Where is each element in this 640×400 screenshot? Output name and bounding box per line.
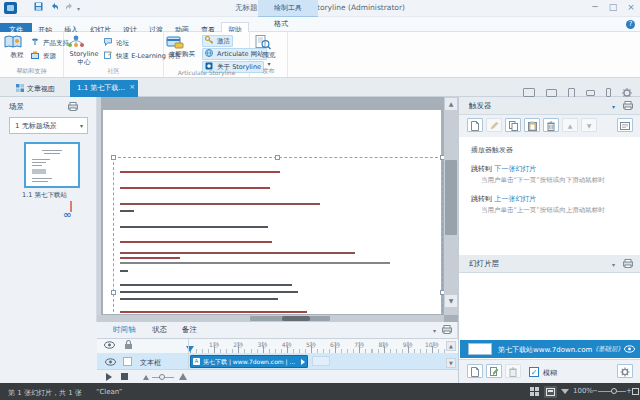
scrollbar-thumb[interactable] <box>445 160 457 235</box>
timeline-object-bar[interactable]: A 第七下载 | www.7down.com | ... <box>190 355 308 368</box>
slide-text-line <box>120 284 292 286</box>
stage-horizontal-scrollbar[interactable] <box>97 315 444 322</box>
scroll-up-icon[interactable]: ▲ <box>445 98 457 110</box>
edit-layer-button[interactable] <box>486 364 502 378</box>
play-icon[interactable] <box>106 373 112 381</box>
move-trigger-up-button[interactable]: ▲ <box>562 118 578 132</box>
timeline-splitter-handle[interactable] <box>282 316 310 321</box>
slide-text-line <box>120 270 128 272</box>
edit-trigger-button[interactable] <box>486 118 502 132</box>
paste-trigger-button[interactable] <box>524 118 540 132</box>
timeline-scroll-down[interactable]: ▼ <box>446 358 456 368</box>
buy-now-button[interactable]: 立即购买 <box>166 35 198 59</box>
blur-checkbox[interactable]: ✓ <box>529 367 539 377</box>
scene-dropdown[interactable]: 1 无标题场景 ▾ <box>9 117 88 134</box>
story-view-icon <box>16 84 24 92</box>
device-desktop-icon[interactable] <box>523 88 535 97</box>
trigger-item[interactable]: 跳转到 下一张幻灯片当用户单击“下一页”按钮或向下滑动鼠标时 <box>471 164 640 185</box>
slide-stage[interactable]: ▲ ▼ <box>97 97 458 322</box>
preview-magnifier-icon <box>255 35 283 50</box>
gear-icon[interactable] <box>622 88 632 98</box>
maximize-button[interactable]: □ <box>606 2 620 12</box>
resources-button[interactable]: 资源 <box>31 51 56 61</box>
panel-print-icon[interactable] <box>623 259 633 268</box>
ribbon-group-publish: 预览 ▾ 发布 <box>250 32 288 77</box>
close-button[interactable]: × <box>624 2 638 12</box>
status-bar: 第 1 张幻灯片，共 1 张 “Clean” 100% − + <box>0 383 640 400</box>
tab-notes[interactable]: 备注 <box>182 325 197 335</box>
resize-handle[interactable] <box>111 155 116 160</box>
panel-menu-icon[interactable]: ▾ <box>612 261 615 268</box>
layer-settings-button[interactable] <box>617 364 633 378</box>
slide-thumbnail[interactable] <box>24 142 80 188</box>
tab-timeline[interactable]: 时间轴 <box>113 325 136 335</box>
story-view-icon[interactable] <box>530 387 539 396</box>
tab-states[interactable]: 状态 <box>152 325 167 335</box>
ribbon-tab-format[interactable]: 格式 <box>266 17 296 32</box>
delete-layer-button[interactable] <box>505 364 521 378</box>
eye-icon[interactable] <box>624 345 635 353</box>
trigger-wizard-button[interactable] <box>617 118 633 132</box>
slide-text-line <box>120 291 298 293</box>
help-icon[interactable]: ? <box>626 20 635 29</box>
zoom-out-button[interactable]: − <box>592 387 598 395</box>
panel-print-icon[interactable] <box>623 101 633 110</box>
object-name[interactable]: 文本框 <box>140 358 161 368</box>
funnel-icon[interactable] <box>561 389 569 394</box>
eye-icon[interactable] <box>105 358 116 366</box>
ribbon-group-community: Storyline 中心 论坛 快速 E-Learning 博客 社区 <box>64 32 164 77</box>
copy-trigger-button[interactable] <box>505 118 521 132</box>
slide-text-line <box>120 262 390 264</box>
panel-menu-icon[interactable]: ▾ <box>433 327 436 334</box>
new-trigger-button[interactable] <box>467 118 483 132</box>
stage-vertical-scrollbar[interactable]: ▲ ▼ <box>444 97 458 315</box>
activate-button[interactable]: 激活 <box>202 35 233 47</box>
timeline-ruler[interactable]: 1秒2秒3秒4秒5秒6秒7秒8秒9秒10秒 <box>97 339 458 354</box>
tutorials-button[interactable]: 教程 <box>4 35 30 60</box>
delete-trigger-button[interactable] <box>543 118 559 132</box>
tab-close-icon[interactable]: × <box>129 79 135 96</box>
network-icon <box>67 35 101 49</box>
device-tablet-portrait-icon[interactable] <box>568 88 575 98</box>
new-layer-button[interactable] <box>467 364 483 378</box>
clean-state-text: “Clean” <box>96 388 123 396</box>
tab-active-slide[interactable]: 1.1 第七下载... × <box>70 80 138 97</box>
base-layer-row[interactable]: 第七下载站www.7down.com (基础层) <box>460 340 640 358</box>
zoom-slider-knob[interactable] <box>159 374 165 380</box>
triggers-header: 触发器 ▾ <box>459 97 640 115</box>
scroll-down-icon[interactable]: ▼ <box>445 295 457 307</box>
timeline-scroll-up[interactable]: ▲ <box>446 341 456 351</box>
slide-view-icon[interactable] <box>544 386 557 398</box>
resize-handle[interactable] <box>111 290 116 295</box>
slide-thumbnail-label[interactable]: 1.1 第七下载站 <box>22 191 67 200</box>
fit-to-window-icon[interactable] <box>632 388 639 395</box>
move-trigger-down-button[interactable]: ▼ <box>581 118 597 132</box>
zoom-in-icon[interactable] <box>179 373 187 380</box>
stop-icon[interactable] <box>121 373 128 380</box>
zoom-slider-knob[interactable] <box>611 388 617 394</box>
layer-name: 第七下载站www.7down.com <box>498 345 592 355</box>
lock-checkbox[interactable] <box>123 357 132 366</box>
device-phone-landscape-icon[interactable] <box>586 90 595 96</box>
zoom-out-icon[interactable] <box>143 375 149 380</box>
timeline-object-row[interactable]: 文本框 A 第七下载 | www.7down.com | ... <box>97 354 458 370</box>
preview-button[interactable]: 预览 ▾ <box>255 35 283 68</box>
storyline-center-button[interactable]: Storyline 中心 <box>67 35 101 67</box>
panel-menu-icon[interactable]: ▾ <box>612 103 615 110</box>
group-label-publish: 发布 <box>250 67 287 76</box>
forum-button[interactable]: 论坛 <box>104 38 129 48</box>
selected-text-box[interactable] <box>113 157 443 317</box>
trigger-target-link[interactable]: 上一张幻灯片 <box>494 195 536 203</box>
minimize-button[interactable]: ─ <box>588 2 602 12</box>
tab-story-view[interactable]: 文章视图 <box>10 81 61 97</box>
trigger-item[interactable]: 跳转到 上一张幻灯片当用户单击“上一页”按钮或向上滑动鼠标时 <box>471 194 640 215</box>
scenes-print-icon[interactable] <box>68 102 78 111</box>
device-phone-portrait-icon[interactable] <box>606 88 611 97</box>
resize-handle[interactable] <box>275 155 280 160</box>
window-title: 无标题1* - Articulate Storyline (Administra… <box>0 3 640 13</box>
panel-print-icon[interactable] <box>442 325 452 334</box>
ribbon-group-articulate: 立即购买 激活 Articulate 网站 关于 Storyline <box>164 32 250 77</box>
device-tablet-landscape-icon[interactable] <box>546 89 557 97</box>
trigger-target-link[interactable]: 下一张幻灯片 <box>494 165 536 173</box>
zoom-in-button[interactable]: + <box>626 387 632 395</box>
